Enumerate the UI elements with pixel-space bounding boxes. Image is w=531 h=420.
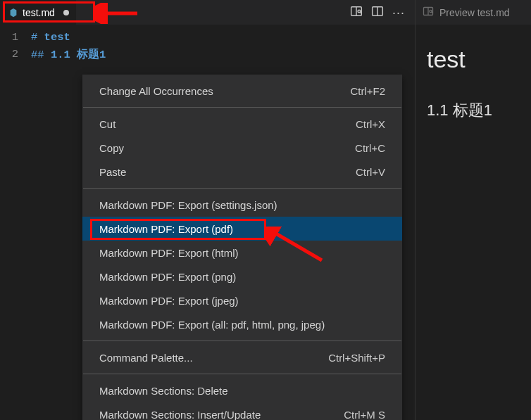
markdown-file-icon [8,8,18,18]
context-menu: Change All Occurrences Ctrl+F2 Cut Ctrl+… [82,75,402,420]
file-tab[interactable]: test.md [0,0,76,25]
menu-separator [83,107,401,108]
menu-item-label: Markdown PDF: Export (html) [99,247,239,259]
menu-item-label: Cut [99,118,115,130]
menu-item-label: Markdown PDF: Export (jpeg) [99,295,239,307]
menu-item-label: Change All Occurrences [99,85,213,97]
menu-item-label: Markdown PDF: Export (all: pdf, html, pn… [99,319,325,331]
editor-body[interactable]: 1 # test 2 ## 1.1 标题1 [0,25,415,63]
menu-separator [83,374,401,374]
menu-item-label: Copy [99,142,124,154]
preview-tab-bar: Preview test.md [416,0,531,25]
menu-cut[interactable]: Cut Ctrl+X [82,112,402,136]
menu-export-jpeg[interactable]: Markdown PDF: Export (jpeg) [82,288,402,312]
menu-sections-insert-update[interactable]: Markdown Sections: Insert/Update Ctrl+M … [82,402,402,420]
menu-item-shortcut: Ctrl+F2 [350,85,385,97]
menu-item-shortcut: Ctrl+X [356,118,385,130]
menu-command-palette[interactable]: Command Palette... Ctrl+Shift+P [82,345,402,369]
editor-tab-actions: ··· [350,5,415,20]
preview-icon [423,6,434,19]
menu-export-html[interactable]: Markdown PDF: Export (html) [82,241,402,265]
split-editor-icon[interactable] [371,5,384,20]
menu-separator [83,341,401,341]
file-tab-label: test.md [23,7,55,18]
line-number: 2 [0,48,31,61]
preview-tab-label[interactable]: Preview test.md [439,7,510,18]
menu-export-pdf[interactable]: Markdown PDF: Export (pdf) [82,217,402,241]
editor-line: 1 # test [0,29,415,46]
menu-item-shortcut: Ctrl+V [356,166,385,178]
preview-h2: 1.1 标题1 [427,100,517,121]
preview-content: test 1.1 标题1 [416,25,531,135]
menu-item-shortcut: Ctrl+M S [344,409,385,421]
svg-line-4 [360,12,361,13]
menu-item-label: Markdown Sections: Insert/Update [99,409,261,421]
menu-item-label: Markdown PDF: Export (settings.json) [99,199,277,211]
menu-paste[interactable]: Paste Ctrl+V [82,160,402,184]
modified-indicator-icon [63,10,69,15]
preview-panel: Preview test.md test 1.1 标题1 [416,0,531,420]
menu-separator [83,188,401,189]
menu-item-label: Markdown PDF: Export (pdf) [99,223,233,235]
editor-line: 2 ## 1.1 标题1 [0,46,415,63]
menu-item-label: Markdown Sections: Delete [99,385,228,397]
svg-line-10 [432,12,432,13]
svg-marker-0 [11,8,17,16]
menu-item-label: Paste [99,166,126,178]
line-content: ## 1.1 标题1 [31,47,106,62]
line-content: # test [31,31,70,44]
preview-h1: test [427,46,517,73]
menu-export-png[interactable]: Markdown PDF: Export (png) [82,265,402,288]
line-number: 1 [0,31,31,44]
menu-change-all-occurrences[interactable]: Change All Occurrences Ctrl+F2 [82,79,402,103]
menu-item-shortcut: Ctrl+Shift+P [328,352,385,364]
open-preview-side-icon[interactable] [350,5,363,20]
menu-copy[interactable]: Copy Ctrl+C [82,136,402,160]
menu-sections-delete[interactable]: Markdown Sections: Delete [82,378,402,402]
more-actions-icon[interactable]: ··· [392,6,405,19]
menu-item-label: Command Palette... [99,352,193,364]
menu-export-all[interactable]: Markdown PDF: Export (all: pdf, html, pn… [82,312,402,336]
menu-item-shortcut: Ctrl+C [355,142,385,154]
menu-export-settings-json[interactable]: Markdown PDF: Export (settings.json) [82,193,402,217]
editor-tab-bar: test.md ··· [0,0,415,25]
menu-item-label: Markdown PDF: Export (png) [99,271,236,283]
